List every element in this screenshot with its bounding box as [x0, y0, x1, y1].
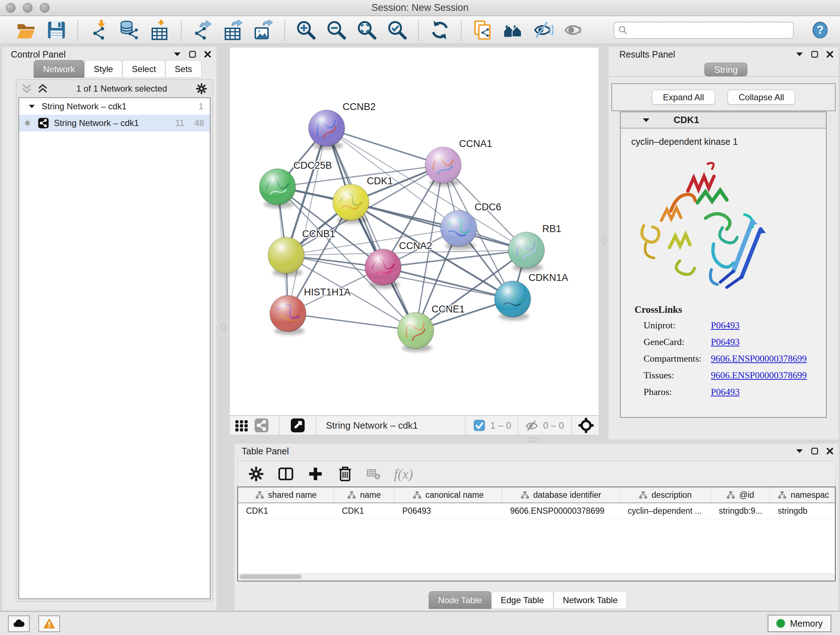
crosslink-link[interactable]: P06493 — [711, 337, 739, 348]
network-options-gear-icon[interactable] — [195, 82, 208, 95]
network-collection-row[interactable]: String Network – cdk1 1 — [19, 98, 210, 115]
expand-all-button[interactable]: Expand All — [652, 90, 715, 105]
node-CDC6[interactable] — [441, 211, 477, 250]
panel-close-icon[interactable] — [826, 51, 834, 58]
tab-sets[interactable]: Sets — [165, 60, 202, 78]
memory-button[interactable]: Memory — [767, 615, 831, 632]
show-columns-icon[interactable] — [278, 466, 294, 482]
tab-select[interactable]: Select — [122, 60, 165, 78]
string-view-button[interactable] — [254, 418, 269, 432]
node-table[interactable]: shared namenamecanonical namedatabase id… — [237, 486, 836, 581]
import-network-button[interactable] — [88, 19, 110, 41]
panel-menu-icon[interactable] — [174, 52, 181, 57]
expand-all-icon[interactable] — [37, 83, 48, 94]
refresh-button[interactable] — [429, 19, 451, 41]
hide-eye-button[interactable] — [532, 19, 554, 41]
export-table-button[interactable] — [222, 19, 244, 41]
edge-CCNA2-CDKN1A[interactable] — [383, 267, 513, 299]
tab-edge-table[interactable]: Edge Table — [491, 591, 554, 609]
birdseye-button[interactable] — [291, 418, 305, 432]
zoom-window-icon[interactable] — [40, 3, 50, 13]
hscrollbar-thumb[interactable] — [240, 575, 302, 579]
zoom-selected-button[interactable] — [386, 19, 408, 41]
panel-menu-icon[interactable] — [796, 449, 803, 453]
column-header-description[interactable]: description — [620, 487, 711, 502]
table-cell[interactable]: stringdb — [770, 503, 836, 519]
function-builder-icon[interactable]: f(x) — [394, 466, 413, 482]
network-canvas[interactable]: CCNB2CCNA1CDC25BCDK1CDC6RB1CCNB1CCNA2CDK… — [229, 47, 599, 416]
export-network-button[interactable] — [192, 19, 213, 41]
network-row[interactable]: String Network – cdk1 11 48 — [19, 115, 210, 131]
help-button[interactable]: ? — [811, 21, 829, 39]
column-header-name[interactable]: name — [334, 487, 394, 502]
grid-view-button[interactable] — [235, 418, 248, 432]
node-HIST1H1A[interactable] — [270, 295, 306, 335]
zoom-in-button[interactable] — [295, 19, 317, 41]
node-CCNE1[interactable] — [398, 312, 434, 352]
tab-style[interactable]: Style — [84, 60, 122, 78]
table-cell[interactable]: cyclin–dependent ... — [620, 503, 711, 519]
panel-close-icon[interactable] — [204, 51, 211, 58]
column-header-database-identifier[interactable]: database identifier — [502, 487, 620, 502]
zoom-out-button[interactable] — [325, 19, 347, 41]
panel-float-icon[interactable] — [189, 51, 196, 58]
eye-button[interactable] — [563, 19, 584, 41]
splitter-handle[interactable] — [601, 237, 606, 245]
copy-share-button[interactable] — [472, 19, 493, 41]
gene-section-header[interactable]: CDK1 — [621, 112, 826, 128]
node-RB1[interactable] — [508, 232, 545, 272]
home-button[interactable] — [502, 19, 524, 41]
edge-CCNB2-CCNE1[interactable] — [327, 128, 416, 331]
table-cell[interactable]: stringdb:9... — [711, 503, 770, 519]
table-cell[interactable]: 9606.ENSP00000378699 — [502, 503, 620, 519]
section-expander-icon[interactable] — [643, 118, 650, 122]
table-cell[interactable]: CDK1 — [334, 503, 394, 519]
column-header--id[interactable]: @id — [711, 487, 770, 502]
table-row[interactable]: CDK1CDK1P064939606.ENSP00000378699cyclin… — [238, 503, 835, 519]
delete-table-icon[interactable] — [366, 466, 381, 482]
save-button[interactable] — [46, 19, 67, 41]
tab-network[interactable]: Network — [34, 60, 84, 78]
panel-float-icon[interactable] — [811, 51, 818, 58]
node-CCNA2[interactable] — [365, 249, 401, 288]
zoom-fit-button[interactable] — [356, 19, 378, 41]
collapse-all-button[interactable]: Collapse All — [728, 90, 795, 105]
node-CDKN1A[interactable] — [494, 281, 531, 320]
edge-HIST1H1A-CCNE1[interactable] — [288, 314, 416, 331]
collection-expander-icon[interactable] — [28, 104, 35, 109]
crosslink-link[interactable]: 9606.ENSP00000378699 — [711, 353, 807, 364]
edge-CCNB2-HIST1H1A[interactable] — [288, 128, 327, 314]
node-CCNB1[interactable] — [268, 237, 304, 277]
table-cell[interactable]: P06493 — [394, 503, 502, 519]
panel-menu-icon[interactable] — [796, 52, 803, 57]
column-header-shared-name[interactable]: shared name — [238, 487, 334, 502]
table-cell[interactable]: CDK1 — [238, 503, 334, 519]
node-CCNA1[interactable] — [425, 147, 461, 187]
hidden-toggle[interactable] — [525, 418, 538, 432]
export-image-button[interactable] — [253, 19, 274, 41]
splitter-handle[interactable] — [221, 323, 225, 331]
tab-node-table[interactable]: Node Table — [429, 591, 491, 609]
crosslink-link[interactable]: 9606.ENSP00000378699 — [711, 370, 807, 381]
minimize-window-icon[interactable] — [23, 3, 33, 13]
open-button[interactable] — [15, 19, 37, 41]
collapse-all-icon[interactable] — [21, 83, 32, 94]
tab-string[interactable]: String — [704, 63, 747, 76]
delete-column-icon[interactable] — [337, 466, 354, 482]
column-header-canonical-name[interactable]: canonical name — [394, 487, 502, 502]
panel-close-icon[interactable] — [826, 448, 834, 455]
table-settings-gear-icon[interactable] — [248, 466, 264, 482]
crosslink-link[interactable]: P06493 — [711, 386, 739, 397]
search-input[interactable] — [614, 22, 794, 39]
close-window-icon[interactable] — [6, 3, 16, 13]
import-database-button[interactable] — [118, 19, 141, 41]
panel-float-icon[interactable] — [811, 448, 818, 455]
node-CDK1[interactable] — [333, 184, 369, 224]
crosslink-link[interactable]: P06493 — [711, 320, 739, 331]
splitter-handle[interactable] — [529, 437, 537, 442]
warnings-button[interactable] — [38, 616, 60, 632]
fit-content-button[interactable] — [578, 418, 594, 433]
selected-checkbox[interactable] — [474, 420, 485, 431]
cloud-button[interactable] — [8, 616, 30, 632]
add-column-icon[interactable] — [307, 466, 324, 482]
